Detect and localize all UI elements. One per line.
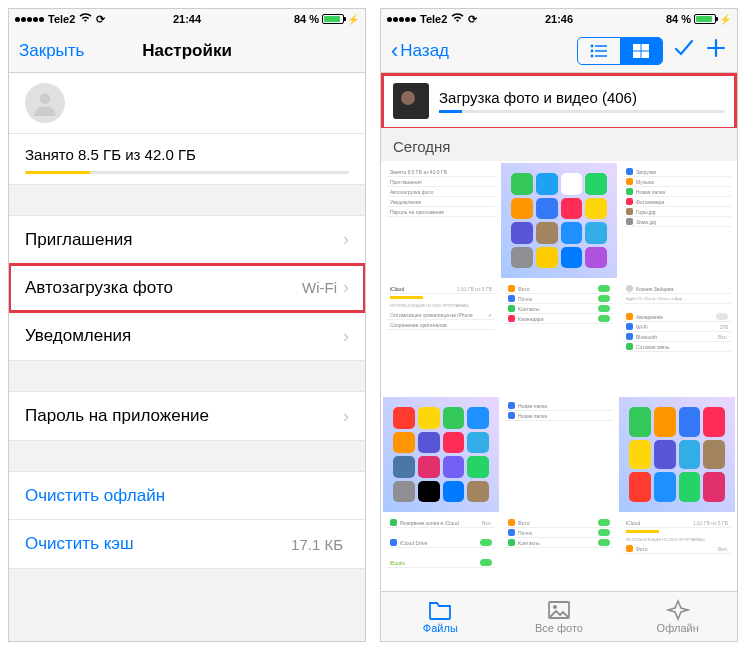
section-header-today: Сегодня <box>381 128 737 161</box>
row-app-password[interactable]: Пароль на приложение › <box>9 392 365 440</box>
chevron-right-icon: › <box>343 406 349 427</box>
tab-offline[interactable]: Офлайн <box>618 592 737 641</box>
screenshot-thumb[interactable]: Новая папка Новая папка <box>501 397 617 512</box>
upload-title: Загрузка фото и видео (406) <box>439 89 725 106</box>
back-label: Назад <box>400 41 449 61</box>
status-bar: Tele2 ⟳ 21:46 84 % ⚡ <box>381 9 737 29</box>
avatar-icon <box>25 83 65 123</box>
storage-row[interactable]: Занято 8.5 ГБ из 42.0 ГБ <box>9 134 365 185</box>
row-detail: Wi-Fi <box>302 279 337 296</box>
settings-group-2: Пароль на приложение › <box>9 391 365 441</box>
row-label: Уведомления <box>25 326 343 346</box>
battery-icon <box>322 14 344 24</box>
clock: 21:46 <box>545 13 573 25</box>
profile-row[interactable] <box>9 73 365 134</box>
grid-view-button[interactable] <box>620 38 662 64</box>
status-right: 84 % ⚡ <box>666 13 731 25</box>
chevron-right-icon: › <box>343 277 349 298</box>
chevron-left-icon: ‹ <box>391 40 398 62</box>
photo-grid: Занято 8.5 ГБ из 42.0 ГБ Приглашения Авт… <box>381 161 737 591</box>
screenshot-thumb[interactable]: Резервная копия в iCloudВкл. iCloud Driv… <box>383 514 499 591</box>
row-clear-cache[interactable]: Очистить кэш 17.1 КБ <box>9 520 365 568</box>
page-title: Настройки <box>142 41 232 61</box>
storage-bar <box>25 171 349 174</box>
charging-icon: ⚡ <box>347 14 359 25</box>
screenshot-thumb[interactable]: Фото Почта Контакты Календари <box>501 280 617 395</box>
screenshot-thumb[interactable]: Фото Почта Контакты <box>501 514 617 591</box>
list-view-button[interactable] <box>578 38 620 64</box>
loading-icon: ⟳ <box>96 13 105 26</box>
upload-progress-banner[interactable]: Загрузка фото и видео (406) <box>383 75 735 128</box>
status-right: 84 % ⚡ <box>294 13 359 25</box>
tab-all-photos[interactable]: Все фото <box>500 592 619 641</box>
wifi-icon <box>451 13 464 25</box>
row-autoupload-photo[interactable]: Автозагрузка фото Wi-Fi › <box>9 264 365 312</box>
chevron-right-icon: › <box>343 326 349 347</box>
upload-thumbnail <box>393 83 429 119</box>
phone-settings: Tele2 ⟳ 21:44 84 % ⚡ Закрыть Настройки З… <box>8 8 366 642</box>
status-left: Tele2 ⟳ <box>15 13 105 26</box>
tab-label: Файлы <box>423 622 458 634</box>
row-label: Пароль на приложение <box>25 406 343 426</box>
close-button[interactable]: Закрыть <box>19 41 84 61</box>
signal-dots-icon <box>387 17 416 22</box>
svg-point-6 <box>591 54 594 57</box>
row-label: Автозагрузка фото <box>25 278 302 298</box>
loading-icon: ⟳ <box>468 13 477 26</box>
screenshot-thumb[interactable] <box>501 163 617 278</box>
carrier-label: Tele2 <box>48 13 75 25</box>
tab-bar: Файлы Все фото Офлайн <box>381 591 737 641</box>
profile-name <box>77 96 349 110</box>
svg-rect-8 <box>642 44 649 50</box>
phone-files: Tele2 ⟳ 21:46 84 % ⚡ ‹ Назад <box>380 8 738 642</box>
settings-content: Занято 8.5 ГБ из 42.0 ГБ Приглашения › А… <box>9 73 365 641</box>
storage-text: Занято 8.5 ГБ из 42.0 ГБ <box>25 146 349 163</box>
screenshot-thumb[interactable]: Занято 8.5 ГБ из 42.0 ГБ Приглашения Авт… <box>383 163 499 278</box>
battery-percent: 84 % <box>294 13 319 25</box>
back-button[interactable]: ‹ Назад <box>391 40 449 62</box>
svg-rect-10 <box>642 52 649 58</box>
nav-bar: Закрыть Настройки <box>9 29 365 73</box>
row-invitations[interactable]: Приглашения › <box>9 216 365 264</box>
row-clear-offline[interactable]: Очистить офлайн <box>9 472 365 520</box>
add-button[interactable] <box>705 37 727 65</box>
carrier-label: Tele2 <box>420 13 447 25</box>
row-label: Очистить офлайн <box>25 486 349 506</box>
tab-label: Все фото <box>535 622 583 634</box>
airplane-icon <box>666 599 690 621</box>
svg-rect-7 <box>633 44 640 50</box>
screenshot-thumb[interactable]: Загрузки Музыка Новая папка Фотокамера Г… <box>619 163 735 278</box>
row-detail: 17.1 КБ <box>291 536 343 553</box>
status-bar: Tele2 ⟳ 21:44 84 % ⚡ <box>9 9 365 29</box>
screenshot-thumb[interactable]: Ксения Зайцева Apple ID, iCloud, iTunes-… <box>619 280 735 395</box>
chevron-right-icon: › <box>343 229 349 250</box>
nav-bar: ‹ Назад <box>381 29 737 73</box>
wifi-icon <box>79 13 92 25</box>
battery-percent: 84 % <box>666 13 691 25</box>
row-notifications[interactable]: Уведомления › <box>9 312 365 360</box>
svg-point-12 <box>553 605 557 609</box>
photo-icon <box>547 599 571 621</box>
files-content: Загрузка фото и видео (406) Сегодня Заня… <box>381 73 737 591</box>
battery-icon <box>694 14 716 24</box>
screenshot-thumb[interactable]: iCloud 1,61 ГБ из 5 ГБ ИСПОЛЬЗУЮЩИЕ ICLO… <box>383 280 499 395</box>
svg-point-5 <box>591 49 594 52</box>
svg-point-0 <box>40 93 51 104</box>
select-button[interactable] <box>673 37 695 65</box>
settings-group-1: Приглашения › Автозагрузка фото Wi-Fi › … <box>9 215 365 361</box>
upload-progress-bar <box>439 110 725 113</box>
tab-files[interactable]: Файлы <box>381 592 500 641</box>
status-left: Tele2 ⟳ <box>387 13 477 26</box>
screenshot-thumb[interactable]: iCloud1,61 ГБ из 5 ГБ ИСПОЛЬЗУЮЩИЕ ICLOU… <box>619 514 735 591</box>
screenshot-thumb[interactable] <box>619 397 735 512</box>
screenshot-thumb[interactable] <box>383 397 499 512</box>
folder-icon <box>428 599 452 621</box>
svg-rect-9 <box>633 52 640 58</box>
view-mode-segmented <box>577 37 663 65</box>
signal-dots-icon <box>15 17 44 22</box>
row-label: Приглашения <box>25 230 343 250</box>
clock: 21:44 <box>173 13 201 25</box>
charging-icon: ⚡ <box>719 14 731 25</box>
row-label: Очистить кэш <box>25 534 291 554</box>
tab-label: Офлайн <box>657 622 699 634</box>
